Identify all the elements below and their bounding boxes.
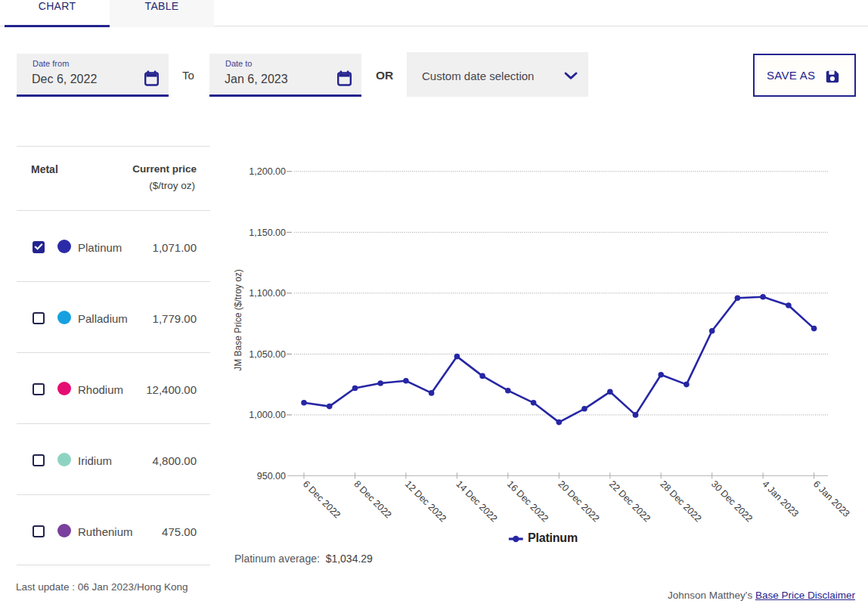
- svg-text:1,050.00: 1,050.00: [249, 349, 286, 360]
- svg-text:6 Dec 2022: 6 Dec 2022: [301, 478, 343, 520]
- svg-text:1,150.00: 1,150.00: [249, 228, 286, 238]
- svg-text:1,000.00: 1,000.00: [249, 410, 286, 420]
- svg-text:950.00: 950.00: [257, 471, 286, 481]
- svg-text:28 Dec 2022: 28 Dec 2022: [658, 478, 703, 524]
- svg-text:22 Dec 2022: 22 Dec 2022: [607, 478, 653, 524]
- svg-text:JM Base Price ($/troy oz): JM Base Price ($/troy oz): [233, 269, 243, 371]
- svg-text:4 Jan 2023: 4 Jan 2023: [760, 478, 801, 519]
- svg-text:6 Jan 2023: 6 Jan 2023: [811, 478, 852, 519]
- svg-text:16 Dec 2022: 16 Dec 2022: [505, 478, 550, 524]
- svg-text:1,100.00: 1,100.00: [249, 288, 286, 299]
- svg-text:20 Dec 2022: 20 Dec 2022: [556, 478, 601, 524]
- svg-text:Platinum: Platinum: [528, 531, 578, 544]
- svg-text:14 Dec 2022: 14 Dec 2022: [454, 478, 499, 524]
- svg-text:1,200.00: 1,200.00: [249, 166, 286, 177]
- svg-text:12 Dec 2022: 12 Dec 2022: [403, 478, 448, 524]
- svg-text:8 Dec 2022: 8 Dec 2022: [352, 478, 393, 520]
- svg-text:30 Dec 2022: 30 Dec 2022: [709, 478, 755, 524]
